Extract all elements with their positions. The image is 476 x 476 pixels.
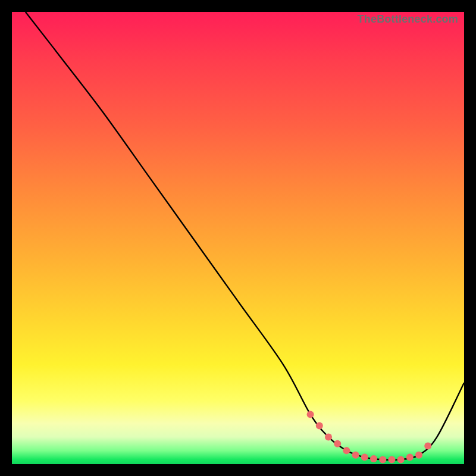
- floor-marker: [325, 433, 332, 440]
- plot-area: TheBottleneck.com: [12, 12, 464, 464]
- chart-frame: TheBottleneck.com: [0, 0, 476, 476]
- bottleneck-curve-path: [26, 12, 464, 460]
- floor-marker: [316, 422, 323, 429]
- floor-marker: [343, 447, 350, 454]
- floor-marker: [370, 455, 377, 462]
- floor-marker: [352, 452, 359, 459]
- floor-marker: [415, 452, 422, 459]
- chart-overlay: [12, 12, 464, 464]
- floor-marker: [361, 454, 368, 461]
- floor-marker: [334, 440, 341, 447]
- floor-marker: [397, 456, 405, 463]
- floor-marker: [424, 443, 431, 450]
- floor-marker: [406, 454, 414, 461]
- floor-marker: [307, 411, 314, 418]
- floor-marker: [379, 456, 386, 463]
- floor-band-markers: [307, 411, 432, 463]
- floor-marker: [388, 456, 395, 463]
